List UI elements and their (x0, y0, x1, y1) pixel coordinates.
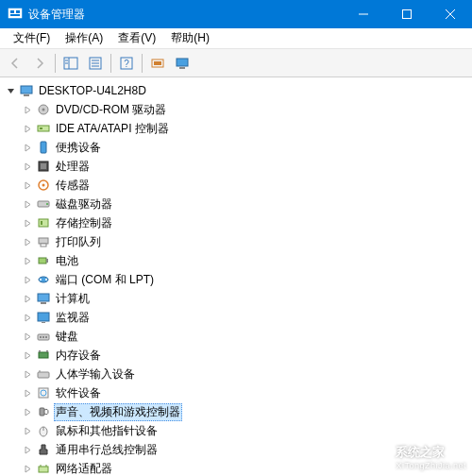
svg-point-42 (40, 279, 42, 280)
category-icon (36, 178, 51, 193)
expand-icon[interactable] (21, 424, 34, 437)
help-button[interactable]: ? (115, 52, 138, 75)
tree-item[interactable]: 声音、视频和游戏控制器 (2, 402, 472, 421)
back-button (4, 52, 26, 75)
svg-rect-54 (46, 350, 48, 352)
svg-rect-23 (24, 94, 29, 96)
window-title: 设备管理器 (28, 7, 85, 23)
tree-item[interactable]: 打印队列 (2, 232, 472, 251)
collapse-icon[interactable] (4, 84, 17, 97)
tree-item[interactable]: 监视器 (2, 308, 472, 327)
tree-item[interactable]: 处理器 (2, 157, 472, 176)
tree-item[interactable]: 端口 (COM 和 LPT) (2, 270, 472, 289)
svg-rect-35 (39, 219, 48, 227)
minimize-button[interactable] (342, 0, 385, 28)
tree-item-label: 监视器 (54, 309, 92, 327)
expand-icon[interactable] (21, 330, 34, 343)
svg-point-34 (46, 203, 48, 205)
expand-icon[interactable] (21, 443, 34, 456)
expand-icon[interactable] (21, 273, 34, 286)
tree-item[interactable]: 传感器 (2, 176, 472, 195)
tree-item[interactable]: 软件设备 (2, 383, 472, 402)
tree-item[interactable]: 磁盘驱动器 (2, 195, 472, 213)
svg-rect-5 (403, 10, 412, 19)
menu-action[interactable]: 操作(A) (58, 28, 110, 48)
expand-icon[interactable] (21, 122, 34, 135)
tree-item-label: 软件设备 (54, 384, 103, 402)
close-button[interactable] (429, 0, 472, 28)
expand-icon[interactable] (21, 178, 34, 192)
category-icon (36, 159, 51, 174)
category-icon (36, 310, 51, 325)
device-tree: DESKTOP-U4L2H8D DVD/CD-ROM 驱动器IDE ATA/AT… (0, 77, 472, 476)
tree-item[interactable]: 存储控制器 (2, 213, 472, 232)
tree-root[interactable]: DESKTOP-U4L2H8D (2, 81, 472, 100)
expand-icon[interactable] (21, 348, 34, 362)
tree-item[interactable]: 便携设备 (2, 138, 472, 157)
tree-item[interactable]: 网络适配器 (2, 459, 472, 476)
svg-rect-36 (41, 221, 42, 225)
category-icon (36, 348, 51, 363)
tree-root-label: DESKTOP-U4L2H8D (37, 83, 148, 98)
devices-by-type-button[interactable] (171, 52, 194, 75)
toolbar-separator (55, 54, 56, 73)
svg-rect-27 (40, 128, 42, 129)
svg-rect-22 (21, 86, 32, 94)
expand-icon[interactable] (21, 292, 34, 305)
menu-view[interactable]: 查看(V) (110, 28, 163, 48)
svg-point-32 (42, 184, 45, 187)
tree-item[interactable]: 通用串行总线控制器 (2, 440, 472, 459)
svg-rect-46 (38, 313, 49, 321)
show-hide-tree-button[interactable] (59, 52, 82, 75)
tree-item[interactable]: IDE ATA/ATAPI 控制器 (2, 119, 472, 138)
category-icon (36, 140, 51, 155)
svg-rect-62 (39, 467, 48, 472)
tree-item-label: IDE ATA/ATAPI 控制器 (54, 120, 171, 138)
expand-icon[interactable] (21, 311, 34, 324)
menu-help[interactable]: 帮助(H) (163, 28, 217, 48)
tree-item[interactable]: 鼠标和其他指针设备 (2, 421, 472, 440)
category-icon (36, 385, 51, 400)
category-icon (36, 215, 51, 230)
maximize-button[interactable] (385, 0, 429, 28)
category-icon (36, 404, 51, 419)
svg-rect-2 (16, 10, 20, 13)
expand-icon[interactable] (21, 235, 34, 248)
menubar: 文件(F) 操作(A) 查看(V) 帮助(H) (0, 28, 472, 49)
svg-text:?: ? (124, 59, 129, 69)
svg-rect-45 (41, 302, 46, 304)
tree-item[interactable]: 键盘 (2, 327, 472, 346)
svg-rect-53 (39, 350, 41, 352)
svg-rect-21 (179, 67, 185, 69)
tree-item-label: 声音、视频和游戏控制器 (54, 403, 182, 421)
category-icon (36, 121, 51, 136)
expand-icon[interactable] (21, 367, 34, 381)
app-icon (8, 7, 23, 22)
svg-point-43 (45, 279, 47, 280)
tree-item[interactable]: 计算机 (2, 289, 472, 308)
expand-icon[interactable] (21, 462, 34, 475)
expand-icon[interactable] (21, 216, 34, 230)
expand-icon[interactable] (21, 386, 34, 400)
scan-hardware-button[interactable] (146, 52, 169, 75)
tree-item[interactable]: DVD/CD-ROM 驱动器 (2, 100, 472, 119)
svg-rect-49 (40, 336, 42, 338)
tree-item-label: 端口 (COM 和 LPT) (54, 271, 156, 289)
tree-item[interactable]: 电池 (2, 251, 472, 270)
expand-icon[interactable] (21, 197, 34, 211)
tree-item[interactable]: 人体学输入设备 (2, 365, 472, 383)
expand-icon[interactable] (21, 160, 34, 173)
svg-rect-47 (42, 322, 45, 323)
menu-file[interactable]: 文件(F) (6, 28, 58, 48)
expand-icon[interactable] (21, 405, 34, 418)
svg-rect-38 (41, 244, 46, 246)
expand-icon[interactable] (21, 254, 34, 267)
expand-icon[interactable] (21, 141, 34, 154)
expand-icon[interactable] (21, 103, 34, 116)
properties-button[interactable] (84, 52, 107, 75)
tree-item[interactable]: 内存设备 (2, 346, 472, 365)
tree-item-label: 打印队列 (54, 233, 103, 251)
tree-item-label: 网络适配器 (54, 460, 114, 477)
toolbar-separator (142, 54, 143, 73)
tree-item-label: 人体学输入设备 (54, 366, 137, 383)
